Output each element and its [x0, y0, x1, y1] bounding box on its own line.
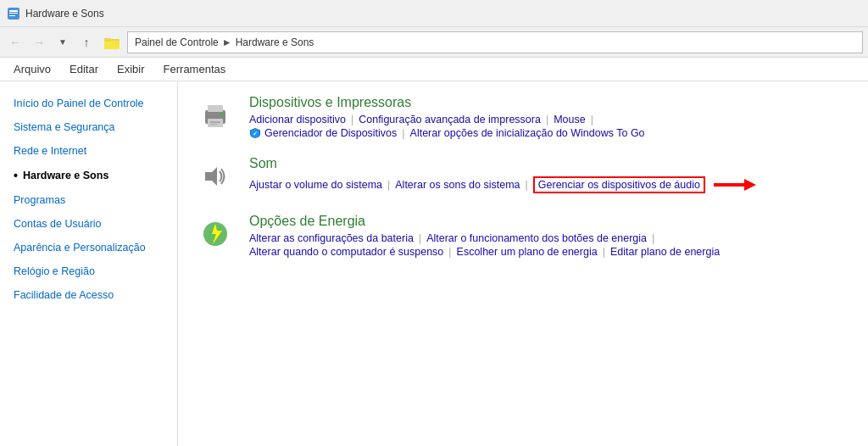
shield-icon: ✓: [249, 127, 261, 139]
svg-rect-3: [9, 15, 15, 16]
dispositivos-icon: [195, 95, 236, 136]
sidebar-item-aparencia[interactable]: Aparência e Personalização: [10, 236, 177, 259]
link-editar-plano[interactable]: Editar plano de energia: [610, 246, 720, 258]
folder-icon: [103, 34, 120, 51]
window-icon: [7, 7, 20, 20]
sidebar-item-rede[interactable]: Rede e Internet: [10, 139, 177, 163]
som-body: Som Ajustar o volume do sistema | Altera…: [249, 156, 851, 195]
dispositivos-links2: ✓ Gerenciador de Dispositivos | Alterar …: [249, 127, 851, 139]
svg-rect-5: [104, 41, 120, 49]
path-control-panel[interactable]: Painel de Controle: [135, 36, 219, 48]
menu-editar[interactable]: Editar: [61, 59, 107, 79]
link-plano-energia[interactable]: Escolher um plano de energia: [457, 246, 598, 258]
sidebar: Início do Painel de Controle Sistema e S…: [0, 81, 178, 446]
link-mouse[interactable]: Mouse: [554, 114, 586, 125]
link-ajustar-volume[interactable]: Ajustar o volume do sistema: [249, 179, 382, 191]
sidebar-item-inicio[interactable]: Início do Painel de Controle: [10, 92, 177, 115]
menu-arquivo[interactable]: Arquivo: [5, 59, 59, 79]
energia-icon: [195, 214, 236, 254]
main-content: Início do Painel de Controle Sistema e S…: [0, 81, 868, 446]
section-energia: Opções de Energia Alterar as configuraçõ…: [195, 214, 851, 258]
link-windows-to-go[interactable]: Alterar opções de inicialização do Windo…: [410, 127, 645, 139]
up-button[interactable]: ↑: [76, 32, 97, 53]
link-config-bateria[interactable]: Alterar as configurações da bateria: [249, 232, 414, 244]
red-arrow: [714, 175, 756, 195]
svg-marker-16: [744, 179, 756, 191]
svg-marker-14: [205, 167, 217, 186]
sidebar-item-facilidade[interactable]: Facilidade de Acesso: [10, 283, 177, 307]
svg-rect-11: [210, 124, 217, 125]
sidebar-item-contas[interactable]: Contas de Usuário: [10, 212, 177, 236]
dispositivos-title: Dispositivos e Impressoras: [249, 95, 851, 110]
som-links: Ajustar o volume do sistema | Alterar os…: [249, 175, 851, 195]
recent-button[interactable]: ▼: [53, 32, 73, 53]
sidebar-item-hardware[interactable]: Hardware e Sons: [10, 163, 177, 188]
link-adicionar-dispositivo[interactable]: Adicionar dispositivo: [249, 114, 346, 125]
svg-point-12: [220, 113, 224, 116]
svg-rect-10: [210, 121, 220, 123]
address-bar: ← → ▼ ↑ Painel de Controle ► Hardware e …: [0, 27, 868, 58]
menu-ferramentas[interactable]: Ferramentas: [155, 59, 235, 79]
som-icon: [195, 156, 236, 197]
svg-rect-8: [208, 105, 223, 112]
link-config-impressora[interactable]: Configuração avançada de impressora: [359, 114, 541, 125]
svg-text:✓: ✓: [253, 131, 258, 137]
dispositivos-body: Dispositivos e Impressoras Adicionar dis…: [249, 95, 851, 139]
back-button[interactable]: ←: [5, 32, 25, 53]
energia-links2: Alterar quando o computador é suspenso |…: [249, 246, 851, 258]
forward-button[interactable]: →: [29, 32, 49, 53]
svg-rect-2: [9, 13, 18, 14]
sidebar-item-relogio[interactable]: Relógio e Região: [10, 259, 177, 283]
dispositivos-links: Adicionar dispositivo | Configuração ava…: [249, 114, 851, 125]
content-area: Dispositivos e Impressoras Adicionar dis…: [178, 81, 868, 446]
title-bar: Hardware e Sons: [0, 0, 868, 27]
menu-exibir[interactable]: Exibir: [108, 59, 153, 79]
address-path[interactable]: Painel de Controle ► Hardware e Sons: [127, 31, 863, 53]
title-bar-text: Hardware e Sons: [25, 8, 104, 20]
link-gerenciar-audio[interactable]: Gerenciar os dispositivos de áudio: [533, 176, 705, 193]
link-gerenciador-dispositivos[interactable]: Gerenciador de Dispositivos: [264, 127, 397, 139]
link-suspenso[interactable]: Alterar quando o computador é suspenso: [249, 246, 443, 258]
svg-rect-6: [104, 38, 111, 42]
link-alterar-sons[interactable]: Alterar os sons do sistema: [395, 179, 520, 191]
sidebar-item-programas[interactable]: Programas: [10, 188, 177, 212]
som-title: Som: [249, 156, 851, 171]
menu-bar: Arquivo Editar Exibir Ferramentas: [0, 58, 868, 81]
energia-body: Opções de Energia Alterar as configuraçõ…: [249, 214, 851, 258]
sidebar-item-sistema[interactable]: Sistema e Segurança: [10, 115, 177, 139]
section-dispositivos: Dispositivos e Impressoras Adicionar dis…: [195, 95, 851, 139]
svg-rect-1: [9, 10, 18, 12]
path-hardware[interactable]: Hardware e Sons: [236, 36, 314, 48]
energia-title: Opções de Energia: [249, 214, 851, 229]
section-som: Som Ajustar o volume do sistema | Altera…: [195, 156, 851, 197]
energia-links: Alterar as configurações da bateria | Al…: [249, 232, 851, 244]
link-botoes-energia[interactable]: Alterar o funcionamento dos botões de en…: [426, 232, 647, 244]
